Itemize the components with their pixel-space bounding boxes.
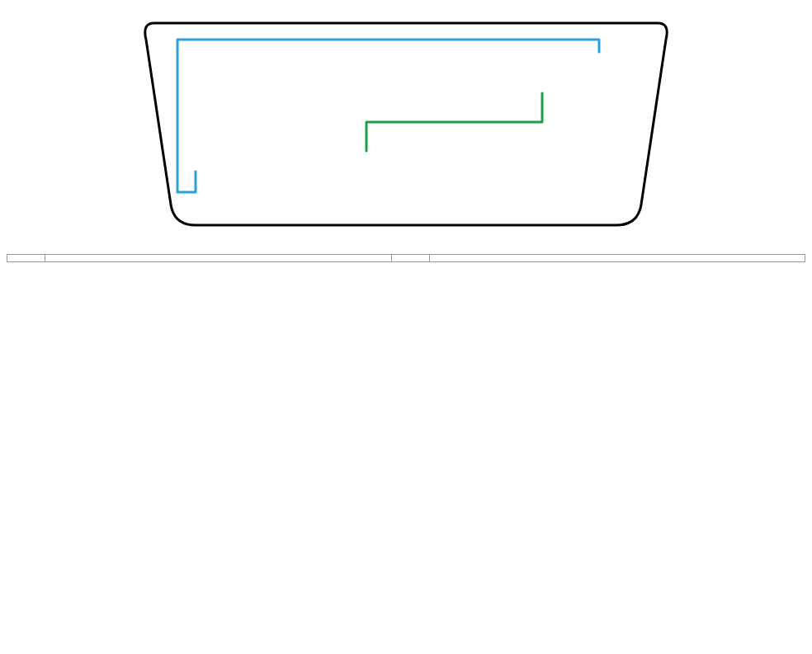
wire-pin7-pin12	[366, 93, 542, 151]
col-pin-left	[7, 255, 45, 262]
connector-outline	[145, 23, 668, 225]
table-header-row	[7, 255, 805, 262]
connector-svg	[138, 7, 674, 238]
pinout-table	[7, 254, 805, 262]
connector-diagram	[7, 7, 805, 238]
col-desc-left	[45, 255, 392, 262]
col-desc-right	[430, 255, 805, 262]
wire-pin8-pin9	[177, 40, 599, 192]
col-pin-right	[392, 255, 430, 262]
